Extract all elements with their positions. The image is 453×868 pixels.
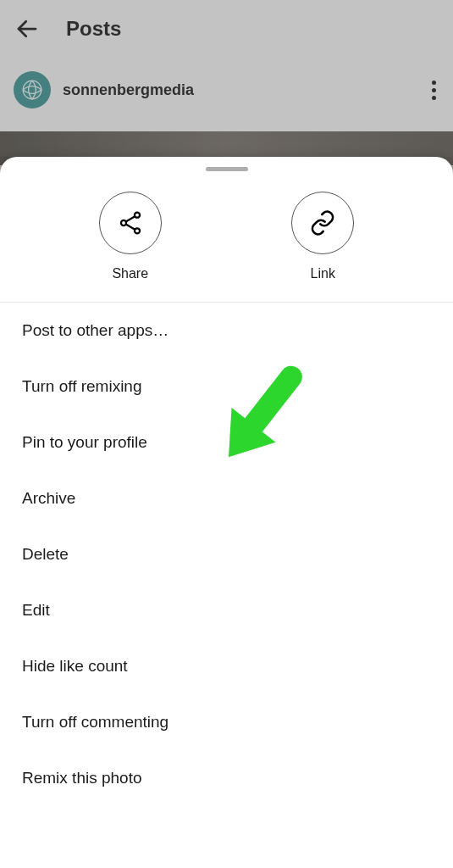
- link-icon: [291, 192, 354, 254]
- avatar[interactable]: [14, 71, 51, 108]
- menu-item-post-other-apps[interactable]: Post to other apps…: [0, 303, 453, 359]
- share-action[interactable]: Share: [99, 192, 162, 281]
- top-bar: Posts: [0, 0, 453, 58]
- menu-list: Post to other apps… Turn off remixing Pi…: [0, 303, 453, 806]
- menu-item-hide-like-count[interactable]: Hide like count: [0, 638, 453, 694]
- svg-line-5: [125, 216, 135, 221]
- action-row: Share Link: [0, 185, 453, 302]
- back-arrow-icon[interactable]: [14, 15, 41, 42]
- more-options-icon[interactable]: [432, 81, 436, 100]
- svg-point-1: [23, 81, 41, 99]
- share-label: Share: [112, 266, 148, 281]
- drag-handle[interactable]: [206, 167, 248, 171]
- menu-item-edit[interactable]: Edit: [0, 582, 453, 638]
- menu-item-delete[interactable]: Delete: [0, 526, 453, 582]
- menu-item-pin-to-profile[interactable]: Pin to your profile: [0, 415, 453, 470]
- menu-item-turn-off-remixing[interactable]: Turn off remixing: [0, 359, 453, 415]
- username[interactable]: sonnenbergmedia: [63, 81, 194, 99]
- page-title: Posts: [66, 17, 121, 41]
- menu-item-remix-photo[interactable]: Remix this photo: [0, 750, 453, 806]
- menu-item-turn-off-commenting[interactable]: Turn off commenting: [0, 694, 453, 750]
- svg-point-3: [121, 220, 126, 225]
- menu-item-archive[interactable]: Archive: [0, 470, 453, 526]
- post-header: sonnenbergmedia: [0, 58, 453, 122]
- svg-point-4: [135, 228, 140, 233]
- svg-point-2: [135, 213, 140, 218]
- link-action[interactable]: Link: [291, 192, 354, 281]
- svg-line-6: [125, 225, 135, 230]
- link-label: Link: [311, 266, 335, 281]
- bottom-sheet: Share Link Post to other apps… Turn off …: [0, 157, 453, 868]
- share-icon: [99, 192, 162, 254]
